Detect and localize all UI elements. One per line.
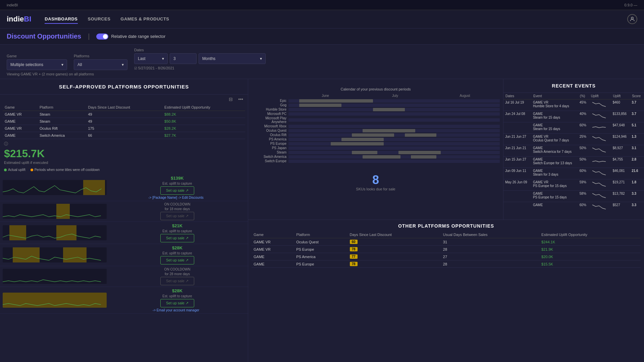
setup-sale-btn[interactable]: Set up sale ↗ <box>160 234 194 242</box>
setup-sale-btn[interactable]: Set up sale ↗ <box>160 299 194 307</box>
nav-dashboards[interactable]: DASHBOARDS <box>45 15 77 24</box>
ev-col-pct: (%) <box>578 93 589 100</box>
gantt-row: Microsoft PC <box>252 112 500 116</box>
other-days: 77 <box>348 253 441 260</box>
gantt-bar <box>299 99 373 103</box>
gantt-platform-label: Steam <box>252 150 288 154</box>
sku-container: 8 SKUs looks due for sale <box>252 166 500 198</box>
gantt-platform-label: PS Japan <box>252 146 288 150</box>
setup-sale-btn-disabled: Set up sale ↗ <box>160 277 194 285</box>
event-pct: 58% <box>578 191 589 202</box>
info-icon[interactable]: ⓘ <box>4 141 244 147</box>
nav-games[interactable]: GAMES & PRODUCTS <box>120 15 169 24</box>
event-row: May 26 Jun 09 GAME VRPS Europe for 15 da… <box>503 179 644 191</box>
event-row: Jul 16 Jul 19 GAME VRHumble Store for 4 … <box>503 100 644 111</box>
uplift-summary: ⓘ $215.7K Estimated uplift if executed <box>0 139 248 167</box>
gantt-row: Switch Europe <box>252 159 500 163</box>
trend-svg <box>591 135 607 143</box>
events-table: Dates Event (%) Uplift Uplift Score Jul … <box>503 93 644 210</box>
sale-link[interactable]: -> [Package Name] -> Edit Discounts <box>148 196 206 199</box>
filterbar: Game Multiple selections ▾ Platforms All… <box>0 45 644 79</box>
event-uplift: $124,946 <box>611 134 630 145</box>
gantt-platform-label: Oculus Rift <box>252 133 288 137</box>
event-trend <box>589 202 611 210</box>
event-trend <box>589 191 611 202</box>
chart-line-svg <box>3 269 107 284</box>
col-uplift: Estimated Uplift Opportunity <box>162 104 245 111</box>
event-description: GAMESwitch Europe for 13 days <box>531 157 578 168</box>
chart-action: $28KEst. uplift to capture Set up sale ↗ <box>109 245 245 264</box>
chart-action: $21KEst. uplift to capture Set up sale ↗ <box>109 223 245 242</box>
logo: indieBI <box>7 15 31 23</box>
gantt-month-label: July <box>360 94 430 98</box>
gantt-rows: EpicGogHumble StoreMicrosoft PCMicrosoft… <box>252 99 500 163</box>
nav-links: DASHBOARDS SOURCES GAMES & PRODUCTS <box>45 15 169 24</box>
other-usual: 31 <box>441 238 539 246</box>
gantt-bar <box>341 138 384 141</box>
event-description: GAME <box>531 202 578 210</box>
dates-number-select[interactable]: 3 <box>170 53 197 64</box>
gantt-platform-label: Humble Store <box>252 108 288 111</box>
svg-point-0 <box>631 17 633 19</box>
date-range-toggle[interactable] <box>96 34 108 40</box>
other-platform-row: GAME VR PS Europe 78 28 $21.9K <box>252 246 641 253</box>
toggle-label: Relative date range selector <box>111 34 165 39</box>
oth-col-days: Days Since Last Discount <box>348 231 441 238</box>
chart-line-svg <box>3 293 107 308</box>
game-select[interactable]: Multiple selections ▾ <box>7 59 67 70</box>
gantt-row: Humble Store <box>252 108 500 111</box>
cooldown-days: for 28 more days <box>165 272 190 276</box>
event-score: 3.3 <box>630 191 644 202</box>
game-label: Game <box>7 54 67 58</box>
date-range-display: ☑ 5/27/2021 - 8/26/2021 <box>134 66 266 70</box>
page-title: Discount Opportunities <box>7 33 81 40</box>
event-uplift: $46,081 <box>611 168 630 179</box>
chart-uplift-value: $139K <box>171 176 183 181</box>
setup-sale-btn-disabled: Set up sale ↗ <box>160 212 194 220</box>
gantt-track <box>288 104 500 107</box>
sku-section: 8 SKUs looks due for sale <box>349 166 402 198</box>
opportunities-table: Game Platform Days Since Last Discount E… <box>3 104 245 139</box>
user-avatar[interactable] <box>627 14 637 24</box>
gantt-months: JuneJulyAugust <box>252 94 500 98</box>
event-score: 3.7 <box>630 111 644 122</box>
more-icon[interactable]: ••• <box>237 96 245 103</box>
event-row: Jun 21 Jun 27 GAME VROculus Quest for 7 … <box>503 134 644 145</box>
oth-col-usual: Usual Days Between Sales <box>441 231 539 238</box>
event-description: GAME VRPS Europe for 15 days <box>531 179 578 191</box>
gantt-row: Switch America <box>252 155 500 159</box>
event-description: GAME VROculus Quest for 7 days <box>531 134 578 145</box>
platforms-select[interactable]: All ▾ <box>74 59 127 70</box>
event-row: Jun 24 Jul 08 GAMESteam for 15 days 40% … <box>503 111 644 122</box>
dates-period-select[interactable]: Months ▾ <box>199 53 266 64</box>
trend-svg <box>591 101 607 109</box>
gantt-row: Gog <box>252 103 500 107</box>
events-section: RECENT EVENTS Dates Event (%) Uplift Upl… <box>503 79 644 220</box>
setup-sale-btn[interactable]: Set up sale ↗ <box>160 186 194 195</box>
uplift-amount: $215.7K <box>4 147 244 160</box>
event-uplift: $4,755 <box>611 157 630 168</box>
trend-svg <box>591 203 607 210</box>
dates-select[interactable]: Last ▾ <box>134 53 168 64</box>
calendar-title-container <box>252 82 500 87</box>
filter-icon[interactable]: ⊟ <box>227 96 234 103</box>
chart-action: ON COOLDOWNfor 18 more days Set up sale … <box>109 202 245 220</box>
right-bottom: OTHER PLATFORMS OPPORTUNITIES Game Platf… <box>248 220 644 361</box>
gantt-track <box>288 160 500 163</box>
table-row: GAME VR Steam 49 $88.2K <box>3 111 245 118</box>
setup-sale-btn[interactable]: Set up sale ↗ <box>160 256 194 264</box>
event-pct: 60% <box>578 122 589 134</box>
topbar: indieBI 0.9.0 — <box>0 0 644 10</box>
gantt-platform-label: PS Europe <box>252 142 288 145</box>
left-panel: SELF-APPROVED PLATFORMS OPPORTUNITIES ⊟ … <box>0 79 248 362</box>
col-platform: Platform <box>38 104 86 111</box>
gantt-bar <box>352 151 377 154</box>
mini-chart <box>3 269 107 284</box>
sale-link[interactable]: -> Email your account manager <box>153 308 202 312</box>
calendar-section: Calendar of your previous discount perio… <box>248 79 503 220</box>
event-score: 1.3 <box>630 134 644 145</box>
chart-row: ON COOLDOWNfor 18 more days Set up sale … <box>0 201 248 222</box>
sku-number: 8 <box>372 173 379 187</box>
nav-sources[interactable]: SOURCES <box>88 15 111 24</box>
other-platform: PS Europe <box>294 260 347 268</box>
